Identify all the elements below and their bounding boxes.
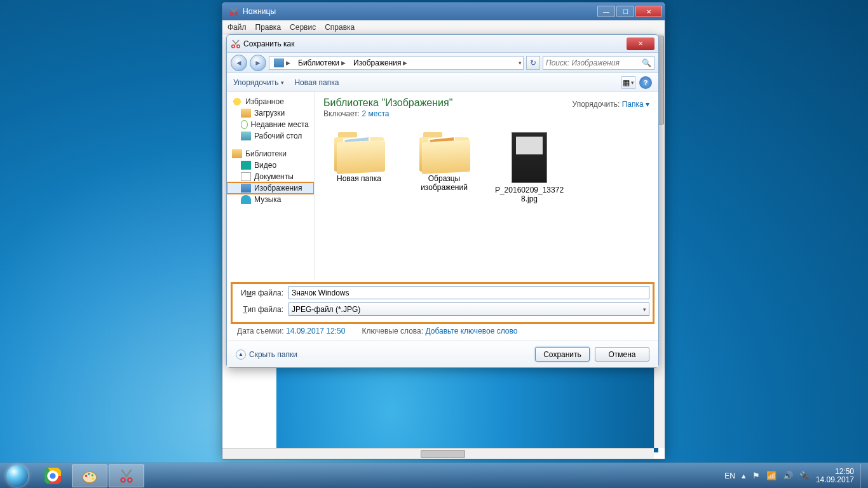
taskbar-app-chrome[interactable] — [35, 464, 71, 487]
menu-file[interactable]: Файл — [227, 23, 247, 32]
includes-link[interactable]: 2 места — [362, 109, 390, 118]
highlighted-fields: Имя файла: Тип файла: JPEG-файл (*.JPG)▾ — [233, 285, 652, 322]
folder-icon — [419, 132, 469, 172]
breadcrumb[interactable]: ▶ Библиотеки ▶ Изображения ▶ ▾ — [269, 56, 524, 70]
desktop-icon — [241, 132, 251, 140]
scissors-icon — [231, 39, 241, 49]
pictures-icon — [241, 184, 251, 193]
save-as-dialog: Сохранить как ✕ ◄ ► ▶ Библиотеки ▶ Изобр… — [226, 34, 659, 368]
menu-tools[interactable]: Сервис — [290, 23, 316, 32]
search-icon[interactable]: 🔍 — [642, 58, 651, 67]
tree-pictures[interactable]: Изображения — [227, 182, 314, 194]
pictures-icon — [274, 58, 284, 67]
svg-point-0 — [230, 13, 233, 15]
close-button[interactable]: ✕ — [635, 6, 662, 17]
refresh-button[interactable]: ↻ — [526, 56, 540, 70]
svg-point-3 — [237, 44, 240, 47]
menu-edit[interactable]: Правка — [255, 23, 281, 32]
minimize-button[interactable]: — — [597, 6, 615, 17]
chrome-icon — [44, 468, 61, 484]
volume-icon[interactable]: 🔊 — [783, 471, 793, 480]
start-button[interactable] — [0, 463, 34, 489]
maximize-button[interactable]: ☐ — [616, 6, 634, 17]
navigation-tree: Избранное Загрузки Недавние места Рабочи… — [227, 92, 315, 280]
tree-music[interactable]: Музыка — [227, 194, 314, 205]
snipping-titlebar[interactable]: Ножницы — ☐ ✕ — [222, 3, 665, 20]
filename-input[interactable] — [288, 286, 649, 299]
document-icon — [241, 172, 251, 181]
library-icon — [232, 149, 242, 158]
network-icon[interactable]: 📶 — [766, 471, 776, 480]
date-value[interactable]: 14.09.2017 12:50 — [286, 327, 345, 336]
taskbar-app-snipping[interactable] — [109, 464, 144, 487]
view-mode-button[interactable]: ▦ ▾ — [621, 76, 635, 89]
tree-videos[interactable]: Видео — [227, 159, 314, 171]
show-desktop-button[interactable] — [860, 464, 865, 488]
language-indicator[interactable]: EN — [724, 471, 735, 480]
flag-icon[interactable]: ⚑ — [752, 471, 760, 480]
help-button[interactable]: ? — [639, 76, 652, 89]
svg-point-11 — [85, 475, 87, 477]
search-box[interactable]: 🔍 — [543, 56, 654, 70]
filename-label: Имя файла: — [236, 288, 283, 297]
forward-button[interactable]: ► — [250, 55, 266, 71]
tree-recent[interactable]: Недавние места — [227, 119, 314, 130]
paint-icon — [81, 468, 98, 484]
saveas-toolbar: Упорядочить ▾ Новая папка ▦ ▾ ? — [227, 73, 658, 92]
power-icon[interactable]: 🔌 — [799, 471, 810, 480]
filetype-label: Тип файла: — [236, 305, 283, 314]
tray-clock[interactable]: 12:50 14.09.2017 — [816, 468, 854, 484]
cancel-button[interactable]: Отмена — [595, 347, 649, 362]
tags-field: Ключевые слова: Добавьте ключевое слово — [362, 327, 517, 336]
star-icon — [232, 97, 242, 106]
saveas-title: Сохранить как — [243, 39, 294, 48]
scissors-icon — [229, 6, 239, 17]
svg-point-1 — [235, 13, 238, 15]
tree-downloads[interactable]: Загрузки — [227, 107, 314, 119]
download-icon — [241, 109, 251, 118]
hide-folders-button[interactable]: ▲ Скрыть папки — [236, 349, 297, 360]
video-icon — [241, 161, 251, 170]
navigation-bar: ◄ ► ▶ Библиотеки ▶ Изображения ▶ ▾ ↻ 🔍 — [227, 53, 658, 73]
file-list-pane: Библиотека "Изображения" Включает: 2 мес… — [315, 92, 658, 280]
search-input[interactable] — [546, 58, 642, 67]
arrange-link[interactable]: Папка ▾ — [622, 100, 649, 109]
svg-point-15 — [121, 478, 125, 482]
new-folder-button[interactable]: Новая папка — [294, 78, 339, 87]
taskbar-app-paint[interactable] — [72, 464, 107, 487]
snipping-menubar: Файл Правка Сервис Справка — [222, 20, 665, 34]
image-thumbnail — [512, 132, 547, 183]
tags-link[interactable]: Добавьте ключевое слово — [425, 327, 517, 336]
tree-libraries-header[interactable]: Библиотеки — [227, 148, 314, 159]
chevron-up-icon[interactable]: ▴ — [742, 471, 746, 480]
svg-point-13 — [92, 474, 93, 476]
saveas-titlebar[interactable]: Сохранить как ✕ — [227, 35, 658, 53]
filetype-select[interactable]: JPEG-файл (*.JPG)▾ — [288, 302, 649, 316]
scrollbar-horizontal[interactable] — [222, 448, 654, 459]
system-tray: EN ▴ ⚑ 📶 🔊 🔌 12:50 14.09.2017 — [724, 464, 868, 488]
snipping-title: Ножницы — [243, 7, 276, 16]
file-fields: Имя файла: Тип файла: JPEG-файл (*.JPG)▾… — [227, 280, 658, 341]
breadcrumb-dropdown-icon[interactable]: ▾ — [519, 60, 522, 66]
arrange-by: Упорядочить: Папка ▾ — [573, 100, 649, 109]
tree-favorites-header[interactable]: Избранное — [227, 96, 314, 107]
music-icon — [241, 195, 251, 204]
taskbar: EN ▴ ⚑ 📶 🔊 🔌 12:50 14.09.2017 — [0, 463, 868, 488]
file-item-folder[interactable]: Новая папка — [323, 132, 395, 203]
svg-point-14 — [92, 477, 94, 479]
menu-help[interactable]: Справка — [325, 23, 355, 32]
svg-point-12 — [88, 473, 90, 475]
tree-desktop[interactable]: Рабочий стол — [227, 130, 314, 142]
file-item-folder-samples[interactable]: Образцы изображений — [409, 132, 480, 203]
close-button[interactable]: ✕ — [627, 37, 654, 50]
back-button[interactable]: ◄ — [231, 55, 247, 71]
svg-point-2 — [232, 44, 234, 47]
organize-button[interactable]: Упорядочить ▾ — [233, 78, 284, 87]
file-item-image[interactable]: P_20160209_133728.jpg — [494, 132, 565, 203]
folder-icon — [334, 132, 384, 172]
chevron-up-icon: ▲ — [236, 349, 246, 360]
tree-documents[interactable]: Документы — [227, 171, 314, 182]
save-button[interactable]: Сохранить — [535, 347, 590, 362]
dialog-button-bar: ▲ Скрыть папки Сохранить Отмена — [227, 341, 658, 367]
breadcrumb-pictures: Изображения ▶ — [350, 58, 410, 67]
